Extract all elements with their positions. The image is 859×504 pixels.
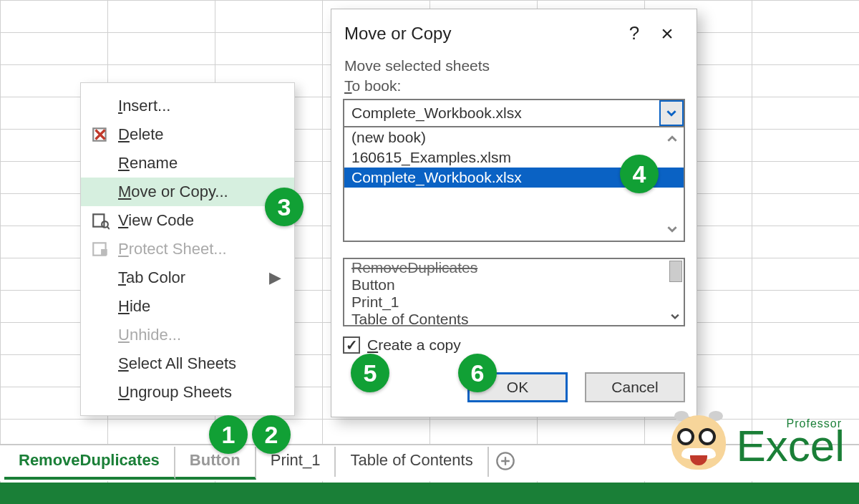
sheet-list-row[interactable]: Button <box>344 276 684 294</box>
ctx-delete[interactable]: Delete <box>81 120 294 149</box>
ctx-label: Move or Copy... <box>118 183 228 201</box>
blank-icon <box>88 268 112 288</box>
move-sheets-label: Move selected sheets <box>344 57 685 74</box>
step-badge-1: 1 <box>209 415 248 454</box>
blank-icon <box>88 153 112 173</box>
sheet-tab-label: RemoveDuplicates <box>19 451 160 469</box>
button-label: OK <box>507 379 528 396</box>
scrollbar-thumb[interactable] <box>669 261 682 282</box>
blank-icon <box>88 354 112 374</box>
sheet-tab-toc[interactable]: Table of Contents <box>336 447 488 477</box>
button-label: Cancel <box>611 379 658 396</box>
plus-circle-icon <box>495 451 515 471</box>
professor-face-icon <box>671 411 726 472</box>
sheet-list-row[interactable]: Table of Contents <box>344 311 684 326</box>
view-code-icon <box>88 210 112 231</box>
protect-sheet-icon <box>88 239 112 259</box>
blank-icon <box>88 325 112 345</box>
ctx-tab-color[interactable]: Tab Color ▶ <box>81 263 294 292</box>
status-bar <box>0 483 859 504</box>
scroll-up-icon[interactable] <box>662 129 682 149</box>
step-badge-2: 2 <box>252 415 291 454</box>
new-sheet-button[interactable] <box>489 447 522 475</box>
sheet-tab-label: Button <box>190 451 241 469</box>
dialog-title: Move or Copy <box>344 24 451 44</box>
scroll-down-icon[interactable] <box>668 309 682 324</box>
cancel-button[interactable]: Cancel <box>585 372 685 402</box>
sheet-list-row[interactable]: RemoveDuplicates <box>344 259 684 276</box>
dialog-close-button[interactable]: × <box>651 26 684 42</box>
ctx-label: Select All Sheets <box>118 354 236 373</box>
sheet-tab-removeduplicates[interactable]: RemoveDuplicates <box>4 447 175 480</box>
checkbox-icon: ✓ <box>343 336 360 354</box>
combo-value: Complete_Workbook.xlsx <box>351 105 522 122</box>
ctx-unhide: Unhide... <box>81 321 294 349</box>
dialog-help-button[interactable]: ? <box>618 22 651 44</box>
ctx-label: Protect Sheet... <box>118 240 227 258</box>
scroll-down-icon[interactable] <box>662 219 682 239</box>
ctx-label: Insert... <box>118 97 170 115</box>
ctx-protect-sheet: Protect Sheet... <box>81 235 294 263</box>
ctx-hide[interactable]: Hide <box>81 292 294 321</box>
ctx-label: Delete <box>118 125 164 144</box>
chevron-down-icon[interactable] <box>659 100 684 126</box>
ctx-label: Tab Color <box>118 268 185 287</box>
sheet-list-row[interactable]: Print_1 <box>344 294 684 311</box>
blank-icon <box>88 182 112 202</box>
before-sheet-list[interactable]: RemoveDuplicates Button Print_1 Table of… <box>343 258 685 326</box>
move-or-copy-dialog: Move or Copy ? × Move selected sheets To… <box>331 9 697 417</box>
ctx-select-all-sheets[interactable]: Select All Sheets <box>81 349 294 378</box>
logo-excel-text: Excel <box>736 426 845 466</box>
step-badge-4: 4 <box>620 155 659 193</box>
sheet-tab-label: Table of Contents <box>350 451 472 469</box>
step-badge-5: 5 <box>351 354 389 392</box>
checkbox-label: Create a copy <box>367 336 461 354</box>
dialog-button-row: OK Cancel <box>343 372 685 402</box>
ctx-rename[interactable]: Rename <box>81 149 294 178</box>
ctx-ungroup-sheets[interactable]: Ungroup Sheets <box>81 378 294 407</box>
blank-icon <box>88 296 112 316</box>
ctx-insert[interactable]: Insert... <box>81 92 294 120</box>
blank-icon <box>88 96 112 116</box>
sheet-tab-label: Print_1 <box>271 451 321 469</box>
delete-sheet-icon <box>88 125 112 145</box>
dialog-titlebar: Move or Copy ? × <box>343 18 685 57</box>
svg-rect-5 <box>101 249 107 256</box>
to-book-label: To book: <box>344 77 685 94</box>
ctx-label: Hide <box>118 297 150 316</box>
ctx-move-or-copy[interactable]: Move or Copy... <box>81 178 294 206</box>
ctx-label: Rename <box>118 154 178 173</box>
step-badge-6: 6 <box>458 354 497 392</box>
ctx-label: Ungroup Sheets <box>118 383 232 402</box>
sheet-context-menu: Insert... Delete Rename Move or Copy... … <box>80 82 295 416</box>
professor-excel-logo: Professor Excel <box>671 411 845 472</box>
create-copy-checkbox[interactable]: ✓ Create a copy <box>343 336 685 354</box>
ctx-label: Unhide... <box>118 326 181 344</box>
sheet-tab-button[interactable]: Button <box>175 447 256 480</box>
to-book-combo[interactable]: Complete_Workbook.xlsx <box>343 99 685 127</box>
ctx-view-code[interactable]: View Code <box>81 206 294 235</box>
chevron-right-icon: ▶ <box>269 268 281 287</box>
step-badge-3: 3 <box>265 188 304 226</box>
ctx-label: View Code <box>118 211 194 230</box>
book-option-newbook[interactable]: (new book) <box>344 127 684 147</box>
blank-icon <box>88 382 112 402</box>
